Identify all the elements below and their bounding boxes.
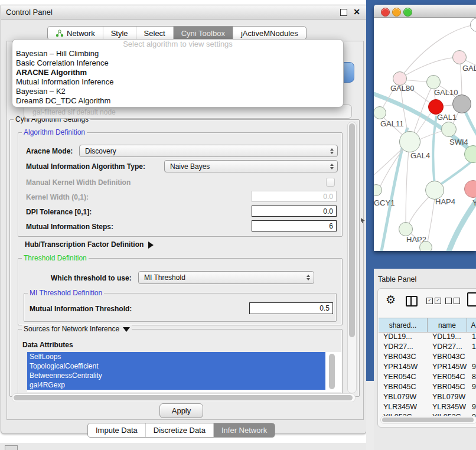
- dpi-tolerance-field[interactable]: 0.0: [252, 206, 337, 217]
- table-row[interactable]: YPR145WYPR145W9.: [379, 363, 476, 373]
- settings-scrollbar-thumb[interactable]: [349, 123, 355, 337]
- minimize-traffic-light[interactable]: [392, 8, 401, 17]
- gear-icon[interactable]: ⚙: [386, 294, 396, 305]
- node-label: GCY1: [374, 198, 395, 207]
- column-header-extra[interactable]: A: [467, 318, 476, 332]
- attribute-item[interactable]: gal4RGexp: [27, 380, 325, 390]
- table-row[interactable]: YDR27...YDR27...12: [379, 343, 476, 353]
- minimized-panel-icon[interactable]: [5, 445, 18, 450]
- node-label: GAL80: [390, 84, 414, 93]
- table-cell: YDL19...: [379, 332, 428, 343]
- tab-select[interactable]: Select: [136, 27, 173, 40]
- select-all-icon[interactable]: ✓✓: [426, 298, 441, 304]
- tab-jactivemnodules[interactable]: jActiveMNodules: [233, 27, 306, 40]
- tab-label: Discretize Data: [154, 426, 206, 435]
- mi-threshold-field[interactable]: 0.5: [249, 302, 333, 314]
- network-node-gal11[interactable]: [374, 106, 386, 119]
- table-cell: YDR27...: [428, 343, 467, 353]
- node-table: shared... name A YDL19...YDL19...13YDR27…: [379, 318, 476, 423]
- data-attributes-label: Data Attributes: [22, 341, 73, 349]
- settings-hscrollbar-thumb[interactable]: [14, 395, 353, 400]
- document-icon[interactable]: [467, 292, 476, 306]
- algorithm-option[interactable]: ARACNE Algorithm: [12, 68, 343, 77]
- algorithm-list: Bayesian – Hill ClimbingBasic Correlatio…: [12, 49, 343, 106]
- tab-label: Style: [111, 29, 128, 38]
- table-row[interactable]: YBL079WYBL079W: [379, 393, 476, 403]
- kernel-width-field[interactable]: 0.0: [252, 191, 337, 202]
- table-hscrollbar-thumb[interactable]: [382, 418, 474, 422]
- settings-scrollbar[interactable]: [347, 122, 357, 393]
- table-row[interactable]: YBR043CYBR043C: [379, 353, 476, 363]
- sources-toggle[interactable]: Sources for Network Inference: [22, 325, 132, 333]
- manual-kernel-label: Manual Kernel Width Definition: [26, 178, 131, 187]
- tab-network[interactable]: Network: [48, 27, 103, 40]
- node-label: GAL: [462, 64, 476, 73]
- algorithm-option[interactable]: Bayesian – K2: [12, 87, 343, 96]
- network-node-gal1[interactable]: [441, 122, 457, 137]
- mi-steps-field[interactable]: 6: [252, 220, 337, 231]
- table-row[interactable]: YBR045CYBR045C9.: [379, 383, 476, 393]
- attributes-scrollbar-thumb[interactable]: [329, 354, 335, 389]
- table-row[interactable]: YLR345WYLR345W9.: [379, 403, 476, 413]
- table-hscrollbar[interactable]: [380, 416, 476, 424]
- control-panel-titlebar[interactable]: Control Panel ✕: [1, 5, 366, 19]
- algorithm-option[interactable]: Basic Correlation Inference: [12, 58, 343, 68]
- data-attributes-list: SelfLoopsTopologicalCoefficientBetweenne…: [27, 352, 341, 392]
- table-cell: YPR145W: [379, 363, 428, 373]
- collapse-arrow-icon[interactable]: [123, 327, 130, 332]
- network-node[interactable]: [419, 241, 432, 251]
- tab-label: Network: [67, 29, 95, 38]
- close-icon[interactable]: ✕: [353, 7, 360, 17]
- zoom-traffic-light[interactable]: [403, 8, 412, 17]
- kernel-width-label: Kernel Width (0,1):: [26, 193, 89, 201]
- desktop-background: [366, 269, 374, 381]
- node-label: GAL1: [437, 113, 457, 122]
- algorithm-option[interactable]: Bayesian – Hill Climbing: [12, 49, 343, 58]
- apply-button[interactable]: Apply: [159, 403, 203, 418]
- attributes-scrollbar[interactable]: [328, 353, 336, 391]
- tab-infer-network[interactable]: Infer Network: [213, 423, 275, 437]
- hub-definition-toggle[interactable]: Hub/Transcription Factor Definition: [25, 240, 154, 249]
- network-node-gal10[interactable]: [426, 75, 441, 89]
- table-row[interactable]: YER054CYER054C8.: [379, 373, 476, 383]
- columns-icon[interactable]: [406, 296, 418, 306]
- node-label: GAL11: [380, 119, 404, 128]
- float-icon[interactable]: [340, 9, 347, 16]
- panel-title: Control Panel: [6, 8, 53, 17]
- close-traffic-light[interactable]: [381, 8, 390, 17]
- tab-discretize-data[interactable]: Discretize Data: [145, 423, 213, 437]
- column-header-shared[interactable]: shared...: [379, 318, 428, 332]
- network-node-gal4[interactable]: [399, 131, 420, 152]
- aracne-mode-combo[interactable]: Discovery: [79, 145, 338, 157]
- manual-kernel-checkbox[interactable]: [326, 178, 335, 187]
- deselect-all-icon[interactable]: [445, 298, 460, 304]
- tab-cyni-toolbox[interactable]: Cyni Toolbox: [173, 27, 233, 40]
- network-node-hap2[interactable]: [399, 222, 413, 236]
- algorithm-dropdown-popup: Select algorithm to view settings Bayesi…: [12, 39, 344, 107]
- attribute-item[interactable]: BetweennessCentrality: [27, 371, 325, 380]
- settings-hscrollbar[interactable]: [12, 393, 356, 402]
- algorithm-option[interactable]: Mutual Information Inference: [12, 77, 343, 87]
- mi-type-combo[interactable]: Naive Bayes: [164, 160, 338, 172]
- tab-impute-data[interactable]: Impute Data: [88, 423, 145, 437]
- expand-arrow-icon[interactable]: [148, 242, 154, 249]
- attribute-item[interactable]: SelfLoops: [27, 352, 325, 361]
- network-window-titlebar[interactable]: [374, 5, 476, 18]
- table-cell: YBR043C: [379, 353, 428, 363]
- column-header-name[interactable]: name: [428, 318, 467, 332]
- network-node-gal[interactable]: [452, 50, 467, 64]
- tab-style[interactable]: Style: [103, 27, 136, 40]
- which-threshold-combo[interactable]: MI Threshold: [138, 271, 314, 284]
- network-canvas[interactable]: GALGAL80GAL10GAL1GAL11SWI4GAL4GCY1HAP4YH…: [374, 18, 476, 251]
- spinner-arrows-icon: [330, 164, 334, 169]
- table-cell: 9.: [467, 403, 476, 413]
- table-cell: YBL079W: [379, 393, 428, 403]
- attribute-item[interactable]: TopologicalCoefficient: [27, 361, 325, 371]
- group-title: Algorithm Definition: [22, 128, 87, 136]
- background: [0, 443, 366, 450]
- table-cell: YLR345W: [379, 403, 428, 413]
- algorithm-option[interactable]: Dream8 DC_TDC Algorithm: [12, 96, 343, 106]
- table-panel-title: Table Panel: [378, 275, 416, 283]
- network-node[interactable]: [452, 94, 471, 113]
- table-row[interactable]: YDL19...YDL19...13: [379, 332, 476, 343]
